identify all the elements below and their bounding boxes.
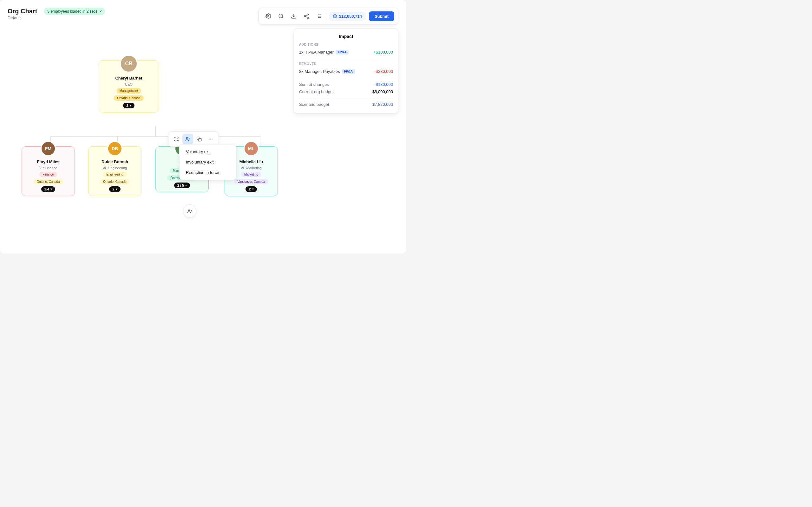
add-person-bottom-button[interactable] bbox=[183, 205, 196, 218]
svg-point-26 bbox=[210, 139, 211, 140]
dulce-location-badge: Ontario, Canada bbox=[100, 179, 130, 184]
michelle-location-badge: Vancouver, Canada bbox=[234, 179, 268, 184]
sum-of-changes-value: -$180,000 bbox=[374, 82, 393, 87]
ceo-card[interactable]: CB Cheryl Barnet CEO Management Ontario,… bbox=[99, 60, 159, 112]
michelle-count-badge[interactable]: 2 ▾ bbox=[246, 186, 257, 192]
ceo-location-badge: Ontario, Canada bbox=[114, 95, 143, 101]
dropdown-menu: Voluntary exit Involuntary exit Reductio… bbox=[179, 144, 236, 180]
svg-point-6 bbox=[267, 15, 269, 17]
toolbar-divider bbox=[327, 13, 327, 19]
removed-role: 2x Manager, Payables bbox=[299, 69, 340, 74]
removed-value: -$280,000 bbox=[374, 69, 393, 74]
svg-point-28 bbox=[188, 209, 190, 211]
floyd-name: Floyd Miles bbox=[37, 159, 60, 164]
removed-row: 2x Manager, Payables FP&A -$280,000 bbox=[299, 67, 393, 75]
voluntary-exit-item[interactable]: Voluntary exit bbox=[182, 147, 234, 157]
impact-title: Impact bbox=[299, 34, 393, 39]
org-chart-subtitle: Default bbox=[8, 15, 105, 20]
download-icon[interactable] bbox=[288, 10, 299, 22]
dulce-botosh-card[interactable]: DB Dulce Botosh VP Engineering Engineeri… bbox=[88, 147, 142, 196]
page-title: Org Chart bbox=[8, 8, 37, 15]
additions-role: 1x, FP&A Manager bbox=[299, 50, 334, 55]
move-button[interactable] bbox=[171, 134, 182, 145]
svg-point-7 bbox=[279, 14, 283, 18]
scenario-budget-row: Scenario budget $7,820,000 bbox=[299, 101, 393, 108]
michelle-title: VP Marketing bbox=[241, 166, 262, 170]
svg-point-10 bbox=[307, 14, 309, 15]
dulce-dept-badge: Engineering bbox=[103, 172, 126, 177]
michelle-dept-badge: Marketing bbox=[241, 172, 261, 177]
sum-of-changes-label: Sum of changes bbox=[299, 82, 329, 87]
svg-line-8 bbox=[282, 17, 283, 18]
toolbar: $12,650,714 Submit bbox=[258, 8, 398, 25]
impact-panel: Impact ADDITIONS 1x, FP&A Manager FP&A +… bbox=[294, 29, 398, 113]
scenario-budget-value: $7,820,000 bbox=[372, 102, 393, 107]
svg-rect-24 bbox=[199, 138, 201, 141]
impact-divider-3 bbox=[299, 98, 393, 98]
additions-value: +$100,000 bbox=[373, 50, 393, 55]
dulce-count-badge[interactable]: 2 ▾ bbox=[109, 186, 120, 192]
search-icon[interactable] bbox=[275, 10, 287, 22]
budget-amount: $12,650,714 bbox=[339, 14, 362, 19]
ceo-dept-badge: Management bbox=[116, 88, 141, 94]
floyd-avatar: FM bbox=[41, 141, 56, 156]
svg-point-11 bbox=[304, 15, 306, 17]
svg-point-21 bbox=[186, 137, 188, 139]
loaded-badge-close[interactable]: × bbox=[99, 9, 102, 14]
current-budget-label: Current org budget bbox=[299, 89, 334, 94]
impact-divider-1 bbox=[299, 59, 393, 59]
budget-button[interactable]: $12,650,714 bbox=[329, 12, 366, 20]
involuntary-exit-item[interactable]: Involuntary exit bbox=[182, 157, 234, 167]
removed-label: REMOVED bbox=[299, 62, 393, 66]
share-icon[interactable] bbox=[301, 10, 312, 22]
loaded-badge: 8 employees loaded in 2 secs × bbox=[44, 8, 105, 15]
reduction-in-force-item[interactable]: Reduction in force bbox=[182, 167, 234, 178]
michelle-name: Michelle Liu bbox=[240, 159, 263, 164]
scenario-budget-label: Scenario budget bbox=[299, 102, 329, 107]
ceo-avatar: CB bbox=[120, 55, 138, 72]
svg-point-12 bbox=[307, 17, 309, 19]
list-icon[interactable] bbox=[313, 10, 325, 22]
impact-divider-2 bbox=[299, 78, 393, 78]
add-person-button[interactable] bbox=[183, 134, 193, 145]
h-count-badge[interactable]: 2 / 5 ▾ bbox=[174, 182, 190, 188]
dulce-title: VP Engineering bbox=[103, 166, 127, 170]
more-button[interactable] bbox=[205, 134, 216, 145]
settings-icon[interactable] bbox=[263, 10, 274, 22]
duplicate-button[interactable] bbox=[194, 134, 205, 145]
floyd-miles-card[interactable]: FM Floyd Miles VP Finance Finance Ontari… bbox=[21, 147, 75, 196]
additions-label: ADDITIONS bbox=[299, 43, 393, 46]
svg-line-14 bbox=[305, 15, 307, 16]
header: Org Chart 8 employees loaded in 2 secs ×… bbox=[8, 8, 398, 25]
current-budget-value: $8,000,000 bbox=[372, 89, 393, 94]
floyd-title: VP Finance bbox=[39, 166, 57, 170]
removed-dept: FP&A bbox=[342, 69, 355, 74]
header-left: Org Chart 8 employees loaded in 2 secs ×… bbox=[8, 8, 105, 20]
michelle-avatar: ML bbox=[244, 141, 259, 156]
svg-point-25 bbox=[209, 139, 210, 140]
dulce-avatar: DB bbox=[107, 141, 122, 156]
current-budget-row: Current org budget $8,000,000 bbox=[299, 88, 393, 95]
floyd-dept-badge: Finance bbox=[39, 172, 57, 177]
svg-line-13 bbox=[305, 16, 307, 17]
additions-row: 1x, FP&A Manager FP&A +$100,000 bbox=[299, 48, 393, 56]
ceo-title: CEO bbox=[125, 82, 133, 86]
dulce-name: Dulce Botosh bbox=[101, 159, 128, 164]
ceo-name: Cheryl Barnet bbox=[115, 76, 142, 80]
main-container: Org Chart 8 employees loaded in 2 secs ×… bbox=[0, 0, 406, 253]
svg-point-27 bbox=[212, 139, 212, 140]
ceo-count-badge[interactable]: 2 ▾ bbox=[123, 103, 134, 108]
sum-of-changes-row: Sum of changes -$180,000 bbox=[299, 81, 393, 88]
loaded-badge-text: 8 employees loaded in 2 secs bbox=[47, 9, 97, 14]
floyd-count-badge[interactable]: 2/4 ▾ bbox=[41, 186, 55, 192]
submit-button[interactable]: Submit bbox=[369, 11, 394, 21]
additions-dept: FP&A bbox=[336, 50, 349, 55]
floyd-location-badge: Ontario, Canada bbox=[33, 179, 63, 184]
